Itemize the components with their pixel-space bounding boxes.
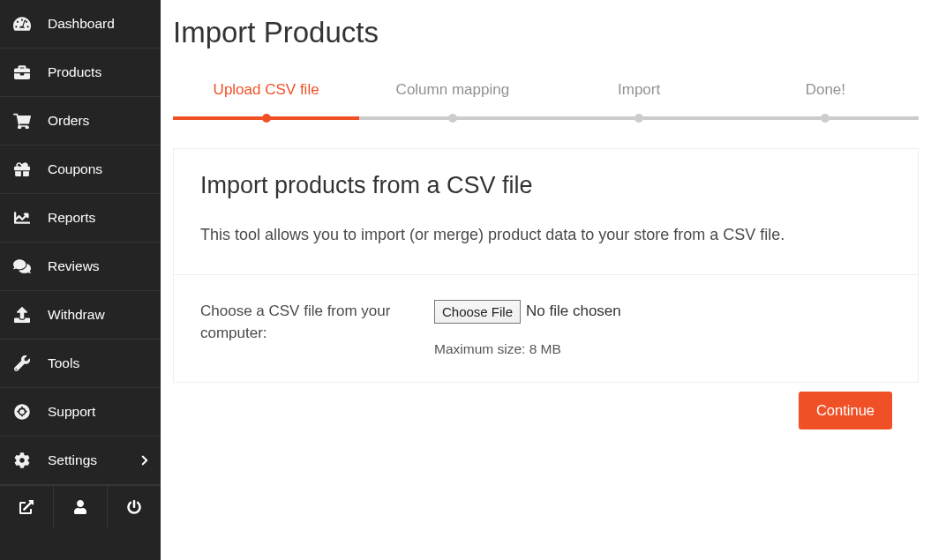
main: Import Products Upload CSV file Column m…	[161, 0, 931, 560]
lifebuoy-icon	[12, 404, 32, 420]
file-status: No file chosen	[526, 302, 621, 320]
comments-icon	[12, 258, 32, 274]
gift-icon	[12, 161, 32, 177]
stepper: Upload CSV file Column mapping Import Do…	[173, 81, 919, 120]
sidebar-item-withdraw[interactable]: Withdraw	[0, 291, 161, 340]
card-title: Import products from a CSV file	[200, 172, 891, 199]
sidebar-item-label: Reports	[48, 210, 95, 226]
sidebar-item-reviews[interactable]: Reviews	[0, 243, 161, 291]
sidebar: Dashboard Products Orders Coupons Report…	[0, 0, 161, 560]
user-button[interactable]	[54, 486, 108, 528]
user-icon	[73, 500, 87, 514]
step-label: Column mapping	[396, 81, 510, 98]
sidebar-item-label: Dashboard	[48, 16, 115, 32]
sidebar-item-coupons[interactable]: Coupons	[0, 146, 161, 194]
sidebar-item-label: Reviews	[48, 258, 100, 274]
max-size-hint: Maximum size: 8 MB	[434, 341, 891, 357]
sidebar-item-label: Products	[48, 64, 101, 80]
card-description: This tool allows you to import (or merge…	[200, 222, 891, 248]
page-title: Import Products	[173, 16, 919, 49]
step-upload[interactable]: Upload CSV file	[173, 81, 359, 120]
choose-file-button[interactable]: Choose File	[434, 300, 521, 324]
step-dot	[821, 114, 830, 123]
cart-icon	[12, 113, 32, 129]
power-button[interactable]	[108, 486, 161, 528]
file-label: Choose a CSV file from your computer:	[200, 300, 434, 357]
chevron-right-icon	[141, 454, 148, 467]
sidebar-item-label: Tools	[48, 355, 79, 371]
wrench-icon	[12, 355, 32, 371]
sidebar-item-orders[interactable]: Orders	[0, 97, 161, 146]
gear-icon	[12, 452, 32, 468]
step-import[interactable]: Import	[546, 81, 732, 120]
chart-icon	[12, 210, 32, 226]
step-label: Done!	[806, 81, 845, 98]
step-dot	[448, 114, 457, 123]
power-icon	[127, 500, 141, 514]
sidebar-item-support[interactable]: Support	[0, 388, 161, 437]
upload-icon	[12, 307, 32, 323]
briefcase-icon	[12, 64, 32, 80]
dashboard-icon	[12, 16, 32, 32]
sidebar-item-settings[interactable]: Settings	[0, 437, 161, 485]
sidebar-item-label: Withdraw	[48, 307, 105, 323]
sidebar-item-label: Settings	[48, 452, 97, 468]
step-label: Import	[618, 81, 660, 98]
sidebar-item-dashboard[interactable]: Dashboard	[0, 0, 161, 49]
step-label: Upload CSV file	[214, 81, 319, 98]
step-dot	[262, 114, 271, 123]
sidebar-item-label: Support	[48, 404, 95, 420]
sidebar-item-label: Orders	[48, 113, 89, 129]
sidebar-item-products[interactable]: Products	[0, 49, 161, 97]
import-card: Import products from a CSV file This too…	[173, 148, 919, 383]
external-link-icon	[19, 500, 34, 514]
sidebar-item-reports[interactable]: Reports	[0, 194, 161, 243]
step-done[interactable]: Done!	[732, 81, 919, 120]
external-link-button[interactable]	[0, 486, 54, 528]
step-dot	[634, 114, 643, 123]
step-column-mapping[interactable]: Column mapping	[359, 81, 545, 120]
continue-button[interactable]: Continue	[799, 392, 892, 429]
sidebar-item-tools[interactable]: Tools	[0, 340, 161, 388]
sidebar-item-label: Coupons	[48, 161, 102, 177]
sidebar-bottom	[0, 485, 161, 528]
